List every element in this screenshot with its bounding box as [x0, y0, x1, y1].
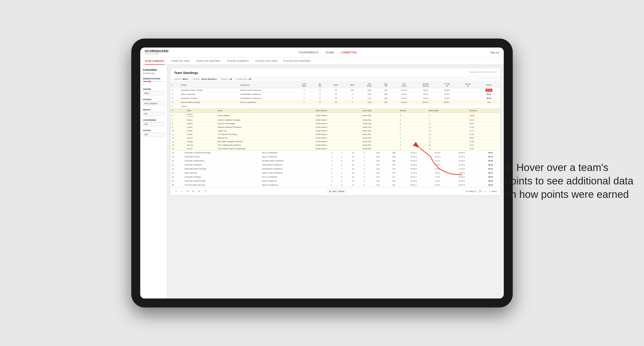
col-vs50: Vs Top50: [458, 82, 478, 88]
nav-teams[interactable]: TEAMS: [325, 51, 334, 54]
col-adj-score: Adj.Score: [360, 82, 378, 88]
table-row[interactable]: 2 Auburn University Southeastern Confere…: [170, 92, 500, 96]
school-label: School: [143, 129, 164, 132]
rank-cell: 1: [170, 88, 180, 92]
region-select[interactable]: N/A: [143, 112, 164, 116]
standings-table-lower: 18 University of California, Berkeley Pa…: [170, 151, 500, 187]
comment-icon: 💬: [479, 190, 482, 192]
no-tour-cell: 9: [312, 88, 328, 92]
expanded-row: 12 Univers Williams Cup NCAA Division I …: [171, 136, 500, 140]
report-area: Team Standings Update time: 13/03/2024 1…: [167, 65, 504, 299]
sidebar-portal-subtitle: Portal Review: [143, 72, 164, 74]
redo-button[interactable]: ↪: [180, 189, 184, 193]
share-icon: ↗: [489, 190, 490, 192]
col-conf-rank: ConfRank: [296, 82, 312, 88]
table-row[interactable]: 1 University of North Carolina Atlantic …: [170, 88, 500, 92]
slider-value: 3: [143, 83, 164, 85]
school-select[interactable]: (All): [143, 133, 164, 137]
expand-icon: ⤢: [484, 190, 486, 192]
tab-team-h2h-heatmap[interactable]: TEAM H2H HEATMAP: [196, 58, 220, 65]
exp-col-num: #: [171, 109, 186, 113]
col-conference: Conference: [239, 82, 296, 88]
filter-gender: Gender: Men's: [174, 78, 188, 80]
sidebar-conference: Conference (All): [143, 119, 164, 126]
table-row[interactable]: 5 Texas T...: [170, 104, 500, 108]
copy-button[interactable]: ⧉: [186, 189, 190, 193]
conference-label: Conference: [143, 119, 164, 121]
table-row[interactable]: 21 University of Alabama Southeastern Co…: [170, 163, 500, 167]
table-row[interactable]: 3 Vanderbilt University Southeastern Con…: [170, 96, 500, 100]
toolbar-center: ▤ View: Original: [327, 189, 346, 193]
exp-col-event: Event: [216, 109, 314, 113]
filter-region: Region: All: [221, 78, 232, 80]
filter-division: Division: NCAA Division I: [193, 78, 217, 80]
undo-button[interactable]: ↩: [174, 189, 178, 193]
col-points: Points: [478, 82, 500, 88]
points-cell[interactable]: 97.02: [478, 88, 500, 92]
tab-team-h2h-grid[interactable]: TEAM H2H GRID: [171, 58, 190, 65]
col-bnds: Bnds: [328, 82, 344, 88]
clock-button[interactable]: 🕐: [203, 189, 208, 193]
school-cell: University of North Carolina: [180, 88, 239, 92]
min-rounds-label: Minimum Rounds: [143, 78, 164, 80]
expanded-events-table: # Team Event Event Division Event Type R…: [171, 109, 500, 151]
nav-committee[interactable]: COMMITTEE: [341, 51, 357, 54]
view-selector[interactable]: ▤ View: Original: [327, 189, 346, 193]
paste-button[interactable]: ⊕: [191, 189, 195, 193]
share-button[interactable]: ↗ Share: [489, 190, 497, 192]
division-select[interactable]: NCAA Division I: [143, 102, 164, 106]
slider-thumb[interactable]: [149, 81, 151, 82]
standings-table-container: # School Conference ConfRank NoTour Bnds…: [170, 82, 500, 187]
filter-division-label: Division:: [193, 78, 200, 80]
table-row[interactable]: 25 University of North Florida ASUN Conf…: [170, 179, 500, 183]
table-row[interactable]: 24 University of Oregon Pac-12 Conferenc…: [170, 175, 500, 179]
table-row[interactable]: 23 Duke University Atlantic Coast Confer…: [170, 171, 500, 175]
col-wins: Wins: [344, 82, 360, 88]
table-row[interactable]: 26 The Ohio State University Big Ten Con…: [170, 183, 500, 187]
filter-gender-label: Gender:: [174, 78, 182, 80]
filter-conference: Conference: All: [236, 78, 251, 80]
expanded-header-row: # Team Event Event Division Event Type R…: [171, 109, 500, 113]
gender-select[interactable]: Men's: [143, 91, 164, 95]
expanded-row: 14 East Tse OFCC Fighting Illini Invitat…: [171, 144, 500, 147]
conf-rank-cell: 1: [296, 88, 312, 92]
slider-fill: [143, 81, 150, 82]
expand-button[interactable]: ⤢: [484, 190, 486, 192]
expanded-row: 7 Univers Southern Highlands Collegiate …: [171, 118, 500, 122]
toolbar-left: ↩ ↪ ⧉ ⊕ ⚙ 🕐: [174, 189, 208, 193]
comment-button[interactable]: 💬: [479, 190, 482, 192]
nav-tournaments[interactable]: TOURNAMENTS: [298, 51, 318, 54]
wins-cell: 262: [344, 88, 360, 92]
settings-button[interactable]: ⚙: [197, 189, 201, 193]
filter-division-value: NCAA Division I: [202, 78, 217, 80]
table-header-row: # School Conference ConfRank NoTour Bnds…: [170, 82, 500, 88]
sidebar: Committee Portal Review Minimum Rounds 3…: [140, 65, 167, 299]
conference-select[interactable]: (All): [143, 122, 164, 126]
watch-button[interactable]: 👁 Watch ▾: [466, 190, 476, 192]
tablet-screen: SCOREBOARD Powered by clippi TOURNAMENTS…: [140, 47, 504, 299]
expanded-row: 10 Univers Copper Cup NCAA Division I Ma…: [171, 129, 500, 133]
report-header: Team Standings Update time: 13/03/2024 1…: [170, 68, 500, 77]
table-row[interactable]: 22 Mississippi State University Southeas…: [170, 167, 500, 171]
filter-conference-label: Conference:: [236, 78, 247, 80]
col-vs25: Vs Top25: [436, 82, 458, 88]
tab-player-h2h-heatmap[interactable]: PLAYER H2H HEATMAP: [284, 58, 310, 65]
conference-cell: Atlantic Coast Conference: [239, 88, 296, 92]
report-container: Team Standings Update time: 13/03/2024 1…: [170, 68, 500, 195]
table-row[interactable]: 20 University of New Mexico Mountain Wes…: [170, 159, 500, 163]
table-row[interactable]: 18 University of California, Berkeley Pa…: [170, 151, 500, 155]
sidebar-school: School (All): [143, 129, 164, 137]
tab-player-h2h-grid[interactable]: PLAYER H2H GRID: [256, 58, 277, 65]
avg-sg-cell: 262: [378, 88, 394, 92]
tab-player-summary[interactable]: PLAYER SUMMARY: [227, 58, 249, 65]
filter-conference-value: All: [248, 78, 251, 80]
tab-team-summary[interactable]: TEAM SUMMARY: [145, 58, 164, 65]
slider-container[interactable]: [143, 81, 164, 82]
report-title: Team Standings: [174, 71, 198, 75]
col-no-tour: NoTour: [312, 82, 328, 88]
table-row[interactable]: 4 Arizona State University Pac-12 Confer…: [170, 100, 500, 104]
sign-out-button[interactable]: Sign out: [487, 51, 499, 54]
update-time: Update time: 13/03/2024 10:03:42: [470, 71, 497, 73]
overall-cell: 33-9-0: [415, 88, 436, 92]
table-row[interactable]: 19 University of Texas Big 12 Conference…: [170, 155, 500, 159]
